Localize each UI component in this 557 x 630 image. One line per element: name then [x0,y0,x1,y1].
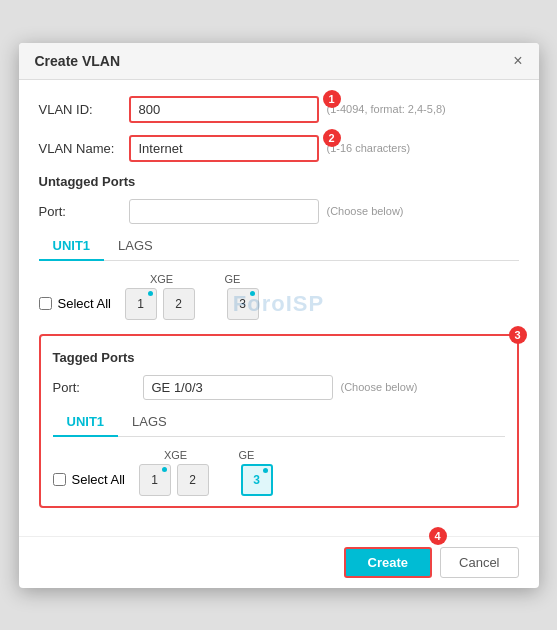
tagged-xge-ports: 1 2 [139,464,209,496]
untagged-select-all-label: Select All [58,296,111,311]
tagged-port-xge-1[interactable]: 1 [139,464,171,496]
untagged-port-buttons: Select All 1 2 3 ForoISP [39,288,519,320]
tagged-port-hint: (Choose below) [341,381,418,393]
tagged-select-all-checkbox[interactable] [53,473,66,486]
untagged-xge-ports: 1 2 [125,288,195,320]
badge-4: 4 [429,527,447,545]
tagged-port-buttons: Select All 1 2 3 [53,464,505,496]
create-button[interactable]: Create [344,547,432,578]
tagged-xge-label: XGE [164,449,187,461]
tab-lags-untagged[interactable]: LAGS [104,232,167,261]
tab-lags-tagged[interactable]: LAGS [118,408,181,437]
untagged-select-all-area: Select All [39,296,119,311]
tagged-ge-ports: 3 [241,464,273,496]
vlan-id-label: VLAN ID: [39,102,129,117]
tagged-ports-section: 3 Tagged Ports Port: (Choose below) UNIT… [39,334,519,508]
vlan-id-hint: (1-4094, format: 2,4-5,8) [327,103,446,115]
close-button[interactable]: × [513,53,522,69]
vlan-name-label: VLAN Name: [39,141,129,156]
untagged-select-all-checkbox[interactable] [39,297,52,310]
vlan-name-row: VLAN Name: (1-16 characters) 2 [39,135,519,162]
untagged-port-ge-3[interactable]: 3 [227,288,259,320]
untagged-ge-label: GE [225,273,241,285]
tagged-select-all-label: Select All [72,472,125,487]
badge-2: 2 [323,129,341,147]
modal-title: Create VLAN [35,53,121,69]
untagged-port-xge-1[interactable]: 1 [125,288,157,320]
vlan-name-hint: (1-16 characters) [327,142,411,154]
tagged-port-input[interactable] [143,375,333,400]
untagged-port-xge-2[interactable]: 2 [163,288,195,320]
vlan-id-input[interactable] [129,96,319,123]
badge-1: 1 [323,90,341,108]
modal-footer: 4 Create Cancel [19,536,539,588]
tagged-ge-label: GE [239,449,255,461]
untagged-port-input[interactable] [129,199,319,224]
tab-unit1-untagged[interactable]: UNIT1 [39,232,105,261]
tagged-port-xge-2[interactable]: 2 [177,464,209,496]
badge-3: 3 [509,326,527,344]
vlan-id-row: VLAN ID: (1-4094, format: 2,4-5,8) 1 [39,96,519,123]
untagged-port-label: Port: [39,204,129,219]
untagged-section-title: Untagged Ports [39,174,519,189]
untagged-tabs: UNIT1 LAGS [39,232,519,261]
tagged-tabs: UNIT1 LAGS [53,408,505,437]
tab-unit1-tagged[interactable]: UNIT1 [53,408,119,437]
untagged-ports-section: Untagged Ports Port: (Choose below) UNIT… [39,174,519,320]
create-vlan-modal: Create VLAN × VLAN ID: (1-4094, format: … [19,43,539,588]
vlan-name-input[interactable] [129,135,319,162]
tagged-port-ge-3[interactable]: 3 [241,464,273,496]
tagged-section-title: Tagged Ports [53,350,505,365]
untagged-port-row: Port: (Choose below) [39,199,519,224]
tagged-select-all-area: Select All [53,472,133,487]
tagged-port-row: Port: (Choose below) [53,375,505,400]
cancel-button[interactable]: Cancel [440,547,518,578]
untagged-xge-label: XGE [150,273,173,285]
untagged-ge-ports: 3 [227,288,259,320]
modal-header: Create VLAN × [19,43,539,80]
modal-body: VLAN ID: (1-4094, format: 2,4-5,8) 1 VLA… [19,80,539,536]
tagged-port-label: Port: [53,380,143,395]
untagged-port-hint: (Choose below) [327,205,404,217]
